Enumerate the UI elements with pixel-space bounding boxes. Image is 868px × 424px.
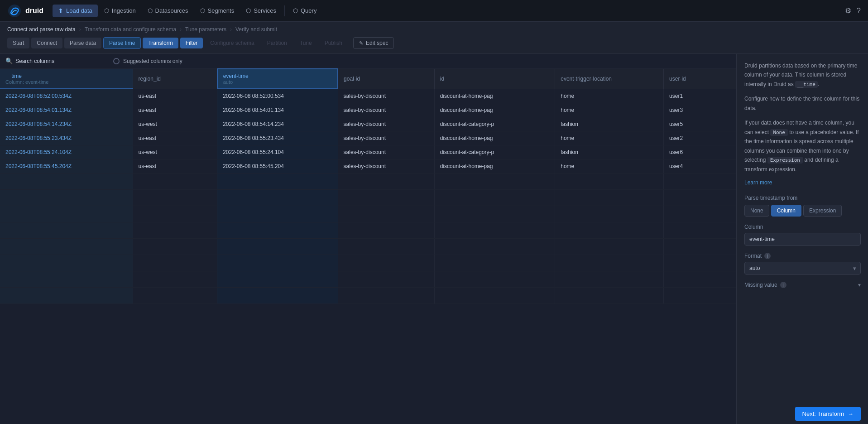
wizard-phases: Connect and parse raw data › Transform d…	[7, 26, 861, 33]
step-start[interactable]: Start	[7, 38, 29, 48]
table-cell: user5	[664, 117, 736, 131]
table-cell: 2022-06-08 08:54:14.234	[217, 117, 338, 131]
step-tune[interactable]: Tune	[294, 38, 317, 48]
table-cell: discount-at-home-pag	[434, 89, 555, 103]
col-header-region[interactable]: region_id	[133, 69, 217, 89]
table-row: 2022-06-08T08:52:00.534Zus-east2022-06-0…	[0, 89, 736, 103]
step-parse-data[interactable]: Parse data	[64, 38, 101, 48]
nav-right: ⚙ ?	[845, 6, 861, 15]
nav-datasources[interactable]: ⬡ Datasources	[142, 5, 194, 17]
step-parse-time[interactable]: Parse time	[103, 37, 141, 49]
table-cell: home	[555, 131, 664, 145]
settings-button[interactable]: ⚙	[845, 6, 851, 15]
format-info-icon[interactable]: i	[764, 253, 771, 259]
logo[interactable]: druid	[7, 4, 43, 18]
table-cell: 2022-06-08 08:55:23.434	[217, 131, 338, 145]
table-row-empty	[0, 190, 736, 206]
data-table-wrap: __time Column: event-time region_id even…	[0, 68, 736, 424]
learn-more-link[interactable]: Learn more	[744, 179, 861, 186]
table-cell: us-east	[133, 89, 217, 103]
table-cell: user3	[664, 103, 736, 117]
step-transform[interactable]: Transform	[143, 38, 178, 48]
search-input[interactable]	[15, 58, 106, 64]
phase-connect: Connect and parse raw data	[7, 26, 76, 33]
column-label: Column	[744, 224, 861, 230]
edit-spec-button[interactable]: ✎ Edit spec	[353, 37, 394, 49]
parse-expression-btn[interactable]: Expression	[803, 205, 842, 217]
parse-column-btn[interactable]: Column	[771, 205, 801, 217]
table-row-empty	[0, 222, 736, 239]
nav-ingestion[interactable]: ⬡ Ingestion	[99, 5, 141, 17]
parse-timestamp-label: Parse timestamp from	[744, 195, 861, 201]
col-header-id[interactable]: id	[434, 69, 555, 89]
main-content: 🔍 Suggested columns only __time Column: …	[0, 54, 868, 424]
table-cell: sales-by-discount	[338, 159, 434, 173]
column-input[interactable]	[744, 233, 861, 246]
missing-value-info-icon[interactable]: i	[780, 282, 786, 288]
col-header-trigger[interactable]: event-trigger-location	[555, 69, 664, 89]
table-cell: 2022-06-08T08:55:23.434Z	[0, 131, 133, 145]
edit-icon: ✎	[359, 40, 363, 46]
step-partition[interactable]: Partition	[262, 38, 293, 48]
phase-verify: Verify and submit	[235, 26, 277, 33]
table-cell: sales-by-discount	[338, 131, 434, 145]
nav-separator	[284, 5, 285, 16]
step-filter[interactable]: Filter	[180, 38, 203, 48]
table-cell: sales-by-discount	[338, 103, 434, 117]
table-row-empty	[0, 206, 736, 222]
column-field-group: Column	[744, 224, 861, 246]
help-button[interactable]: ?	[857, 7, 861, 15]
parse-none-btn[interactable]: None	[744, 205, 769, 217]
table-row-empty	[0, 173, 736, 190]
step-publish[interactable]: Publish	[319, 38, 348, 48]
expression-inline: Expression	[767, 157, 803, 164]
search-icon: 🔍	[5, 58, 13, 64]
nav-services[interactable]: ⬡ Services	[240, 5, 282, 17]
table-cell: 2022-06-08 08:55:24.104	[217, 145, 338, 159]
table-cell: 2022-06-08T08:54:14.234Z	[0, 117, 133, 131]
search-bar: 🔍 Suggested columns only	[0, 54, 736, 68]
table-cell: us-east	[133, 131, 217, 145]
table-cell: discount-at-category-p	[434, 117, 555, 131]
format-field-group: Format i auto iso posix millis micro nan…	[744, 253, 861, 275]
table-cell: discount-at-home-pag	[434, 103, 555, 117]
wizard-bar: Connect and parse raw data › Transform d…	[0, 22, 868, 54]
table-cell: home	[555, 159, 664, 173]
upload-icon: ⬆	[58, 7, 63, 14]
table-cell: 2022-06-08T08:52:00.534Z	[0, 89, 133, 103]
help-text-3: If your data does not have a time column…	[744, 118, 861, 174]
col-header-time[interactable]: __time Column: event-time	[0, 69, 133, 89]
nav-load-data[interactable]: ⬆ Load data	[53, 5, 98, 17]
nav-query[interactable]: ⬡ Query	[288, 5, 322, 17]
col-header-event-time[interactable]: event-time auto	[217, 69, 338, 89]
help-text-block: Druid partitions data based on the prima…	[744, 61, 861, 89]
help-text-2: Configure how to define the time column …	[744, 94, 861, 113]
table-cell: sales-by-discount	[338, 145, 434, 159]
missing-value-expand-icon[interactable]: ▾	[858, 282, 861, 288]
table-cell: discount-at-home-pag	[434, 131, 555, 145]
suggested-toggle[interactable]: Suggested columns only	[113, 58, 182, 64]
table-row-empty	[0, 288, 736, 304]
phase-transform: Transform data and configure schema	[85, 26, 176, 33]
table-cell: home	[555, 103, 664, 117]
logo-text: druid	[25, 7, 43, 15]
col-header-user[interactable]: user-id	[664, 69, 736, 89]
col-header-goal[interactable]: goal-id	[338, 69, 434, 89]
nav-segments[interactable]: ⬡ Segments	[195, 5, 240, 17]
next-button-bar: Next: Transform →	[737, 402, 868, 424]
step-connect[interactable]: Connect	[31, 38, 62, 48]
step-configure-schema[interactable]: Configure schema	[205, 38, 259, 48]
table-cell: 2022-06-08 08:55:45.204	[217, 159, 338, 173]
radio-button[interactable]	[113, 58, 120, 64]
parse-options-group: None Column Expression	[744, 205, 861, 217]
missing-value-field-group: Missing value i ▾	[744, 282, 861, 288]
table-cell: discount-at-home-pag	[434, 159, 555, 173]
next-transform-button[interactable]: Next: Transform →	[795, 407, 861, 421]
datasources-icon: ⬡	[148, 7, 153, 14]
format-select[interactable]: auto iso posix millis micro nano	[744, 262, 861, 275]
wizard-steps: Start Connect Parse data Parse time Tran…	[7, 37, 861, 49]
table-cell: user6	[664, 145, 736, 159]
phase-tune: Tune parameters	[185, 26, 226, 33]
col-sub-time: Column: event-time	[5, 79, 127, 85]
arrow-right-icon: →	[848, 410, 854, 417]
